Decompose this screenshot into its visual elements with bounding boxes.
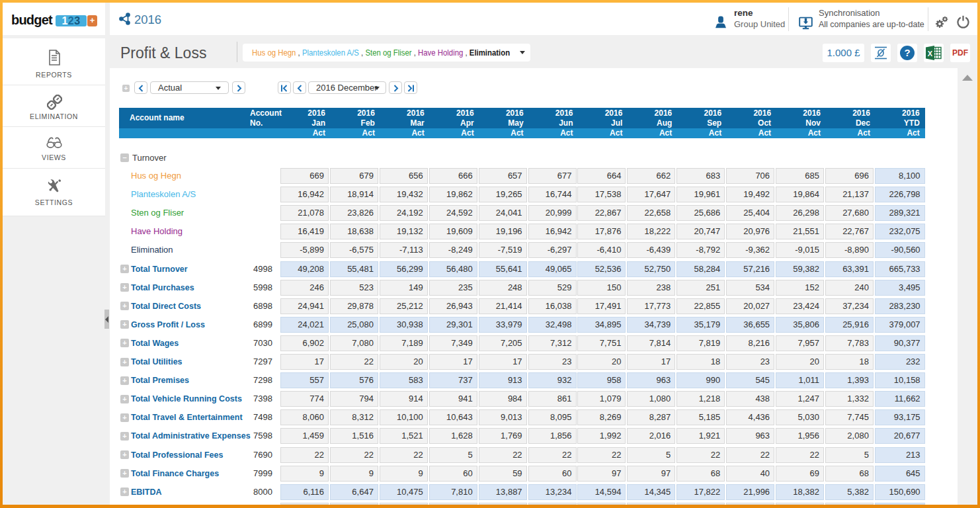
svg-text:X: X: [928, 50, 933, 58]
